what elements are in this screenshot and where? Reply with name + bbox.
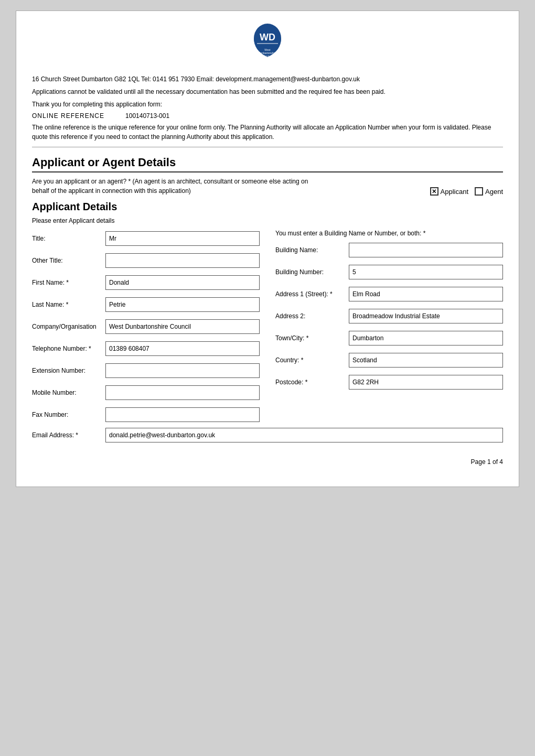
form-row-address1: Address 1 (Street): *: [275, 285, 503, 303]
label-town: Town/City: *: [275, 334, 349, 342]
agent-label: Agent: [485, 188, 503, 196]
input-address1[interactable]: [349, 287, 503, 301]
validation-notice: Applications cannot be validated until a…: [32, 87, 503, 96]
thank-you-text: Thank you for completing this applicatio…: [32, 100, 503, 109]
form-row-other-title: Other Title:: [32, 252, 260, 269]
form-col-left: Title: Other Title: First Name: * Last N…: [32, 230, 260, 428]
please-enter-text: Please enter Applicant details: [32, 217, 503, 224]
form-row-telephone: Telephone Number: *: [32, 340, 260, 358]
label-last-name: Last Name: *: [32, 301, 105, 308]
agent-option[interactable]: Agent: [475, 187, 503, 196]
input-first-name[interactable]: [105, 275, 260, 290]
input-town[interactable]: [349, 331, 503, 345]
council-logo-icon: WD West Dunbartonshire Council: [247, 21, 288, 63]
section-divider: [32, 147, 503, 147]
applicant-checkbox[interactable]: [430, 187, 438, 196]
agent-checkbox[interactable]: [475, 187, 483, 196]
label-email: Email Address: *: [32, 431, 105, 439]
online-ref-row: ONLINE REFERENCE 100140713-001: [32, 112, 503, 120]
input-last-name[interactable]: [105, 297, 260, 312]
label-building-number: Building Number:: [275, 268, 349, 276]
form-row-first-name: First Name: *: [32, 274, 260, 291]
page-number: Page 1 of 4: [32, 458, 503, 466]
form-row-fax: Fax Number:: [32, 406, 260, 424]
form-row-country: Country: *: [275, 351, 503, 369]
input-telephone[interactable]: [105, 341, 260, 356]
form-row-address2: Address 2:: [275, 307, 503, 325]
applicant-or-agent-row: Are you an applicant or an agent? * (An …: [32, 177, 503, 196]
form-row-company: Company/Organisation: [32, 318, 260, 336]
input-country[interactable]: [349, 353, 503, 368]
right-note: You must enter a Building Name or Number…: [275, 230, 503, 237]
label-country: Country: *: [275, 357, 349, 364]
label-fax: Fax Number:: [32, 411, 105, 418]
input-mobile[interactable]: [105, 385, 260, 400]
radio-group: Applicant Agent: [430, 187, 503, 196]
page-container: WD West Dunbartonshire Council 16 Church…: [16, 10, 519, 487]
online-ref-label: ONLINE REFERENCE: [32, 112, 104, 120]
form-layout: Title: Other Title: First Name: * Last N…: [32, 230, 503, 428]
logo-area: WD West Dunbartonshire Council: [32, 21, 503, 65]
input-building-name[interactable]: [349, 243, 503, 257]
label-address2: Address 2:: [275, 312, 349, 320]
input-address2[interactable]: [349, 309, 503, 323]
input-fax[interactable]: [105, 407, 260, 422]
label-telephone: Telephone Number: *: [32, 345, 105, 352]
form-row-last-name: Last Name: *: [32, 296, 260, 314]
label-postcode: Postcode: *: [275, 379, 349, 386]
form-row-extension: Extension Number:: [32, 362, 260, 380]
label-address1: Address 1 (Street): *: [275, 290, 349, 298]
applicant-option[interactable]: Applicant: [430, 187, 468, 196]
form-row-email: Email Address: *: [32, 428, 503, 442]
form-row-town: Town/City: *: [275, 329, 503, 347]
input-title[interactable]: [105, 231, 260, 246]
label-extension: Extension Number:: [32, 367, 105, 374]
label-other-title: Other Title:: [32, 257, 105, 264]
form-col-right: You must enter a Building Name or Number…: [275, 230, 503, 428]
label-title: Title:: [32, 235, 105, 242]
input-email[interactable]: [105, 428, 503, 442]
online-ref-value: 100140713-001: [125, 112, 169, 120]
form-row-mobile: Mobile Number:: [32, 384, 260, 402]
label-mobile: Mobile Number:: [32, 389, 105, 396]
input-other-title[interactable]: [105, 253, 260, 268]
applicant-label: Applicant: [441, 188, 468, 196]
address-line: 16 Church Street Dumbarton G82 1QL Tel: …: [32, 74, 503, 84]
label-first-name: First Name: *: [32, 279, 105, 286]
label-company: Company/Organisation: [32, 323, 105, 330]
form-row-postcode: Postcode: *: [275, 373, 503, 391]
form-row-building-number: Building Number:: [275, 263, 503, 281]
applicant-details-heading: Applicant Details: [32, 201, 503, 213]
svg-text:Council: Council: [263, 55, 272, 58]
ref-notice: The online reference is the unique refer…: [32, 123, 503, 142]
input-postcode[interactable]: [349, 375, 503, 390]
svg-text:WD: WD: [260, 32, 275, 42]
agent-question-text: Are you an applicant or an agent? * (An …: [32, 177, 326, 196]
input-building-number[interactable]: [349, 265, 503, 279]
input-company[interactable]: [105, 319, 260, 334]
applicant-or-agent-heading: Applicant or Agent Details: [32, 156, 503, 172]
form-row-building-name: Building Name:: [275, 241, 503, 259]
form-row-title: Title:: [32, 230, 260, 247]
input-extension[interactable]: [105, 363, 260, 378]
label-building-name: Building Name:: [275, 246, 349, 254]
